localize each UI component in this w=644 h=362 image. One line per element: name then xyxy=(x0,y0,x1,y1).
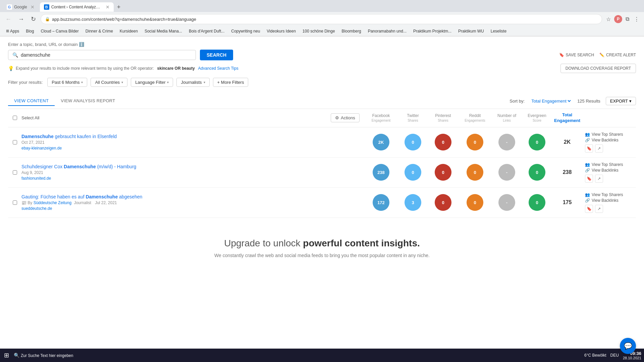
row3-fb-circle: 172 xyxy=(373,194,389,211)
bookmark-star-button[interactable]: ☆ xyxy=(605,15,612,24)
bookmark-blog[interactable]: Blog xyxy=(23,28,37,34)
row3-right-actions: 👥 View Top Sharers 🔗 View Backlinks 🔖 ↗ xyxy=(582,192,636,213)
row1-share-button[interactable]: ↗ xyxy=(595,144,603,153)
save-search-button[interactable]: 🔖 SAVE SEARCH xyxy=(559,53,594,57)
row2-bookmark-button[interactable]: 🔖 xyxy=(585,175,593,183)
extensions-button[interactable]: ⧉ xyxy=(624,15,631,23)
export-button[interactable]: EXPORT ▾ xyxy=(606,97,636,105)
row1-bookmark-button[interactable]: 🔖 xyxy=(585,144,593,153)
upgrade-desc: We constantly crawl the web and social m… xyxy=(16,253,628,258)
col-links-line1: Number of xyxy=(497,113,516,119)
bookmark-bloomberg[interactable]: Bloomberg xyxy=(339,28,364,34)
address-bar[interactable]: 🔒 xyxy=(41,14,602,24)
bookmark-leseliste[interactable]: Leseliste xyxy=(488,28,509,34)
advanced-search-tips-link[interactable]: Advanced Search Tips xyxy=(198,66,238,71)
tab-buzzsumo[interactable]: B Content › Content Analyzer - B... ✕ xyxy=(40,2,114,12)
profile-button[interactable]: P xyxy=(614,15,622,23)
row1-article-title[interactable]: Damenschuhe gebraucht kaufen in Elsenfel… xyxy=(21,134,325,139)
row3-total-score: 175 xyxy=(559,194,576,211)
bookmark-bois[interactable]: Bois d'Argent Duft... xyxy=(186,28,227,34)
bookmark-videokurs[interactable]: Videokurs Ideen xyxy=(264,28,299,34)
filter-language-arrow-icon: ▾ xyxy=(167,80,169,84)
filter-language-button[interactable]: Language Filter ▾ xyxy=(131,78,173,87)
reload-button[interactable]: ↻ xyxy=(29,14,38,24)
filter-countries-button[interactable]: All Countries ▾ xyxy=(91,78,127,87)
row3-article-source[interactable]: sueddeutsche.de xyxy=(21,206,52,211)
table-row: Gauting: Füchse haben es auf Damenschuhe… xyxy=(8,188,636,218)
tab-buzzsumo-close[interactable]: ✕ xyxy=(106,4,110,10)
start-button[interactable]: ⊞ xyxy=(3,350,10,360)
menu-button[interactable]: ⋮ xyxy=(633,15,641,24)
row2-share-button[interactable]: ↗ xyxy=(595,175,603,183)
back-button[interactable]: ← xyxy=(3,14,13,24)
forward-button[interactable]: → xyxy=(16,14,26,24)
row3-bookmark-button[interactable]: 🔖 xyxy=(585,205,593,213)
col-tw-header: Twitter Shares xyxy=(398,113,428,123)
bookmark-praktikum-proj[interactable]: Praktikum Projektm... xyxy=(411,28,454,34)
upgrade-title: Upgrade to unlock powerful content insig… xyxy=(16,238,628,249)
export-arrow-icon: ▾ xyxy=(629,99,632,104)
sort-select[interactable]: Total Engagement xyxy=(530,98,572,104)
row2-article-source[interactable]: fashionunited.de xyxy=(21,176,51,181)
bookmark-panorama[interactable]: Panoramabahn und... xyxy=(365,28,409,34)
row2-view-backlinks[interactable]: 🔗 View Backlinks xyxy=(585,168,636,173)
select-all-checkbox[interactable] xyxy=(13,116,17,120)
chat-bubble-button[interactable]: 💬 xyxy=(620,338,636,354)
row3-sueddeutsche-link[interactable]: Süddeutsche Zeitung xyxy=(34,200,71,205)
search-taskbar-button[interactable]: 🔍 Zur Suche Text hier eingeben xyxy=(12,351,74,359)
row3-tw-cell: 3 xyxy=(398,194,428,211)
more-filters-button[interactable]: + More Filters xyxy=(213,78,249,87)
row1-rd-cell: 0 xyxy=(458,134,492,150)
tab-google-title: Google xyxy=(14,5,27,9)
col-ev-header: Evergreen Score xyxy=(522,113,552,123)
col-fb-line1: Facebook xyxy=(372,113,390,119)
row1-view-top-sharers[interactable]: 👥 View Top Sharers xyxy=(585,132,636,137)
filter-journalists-button[interactable]: Journalists ▾ xyxy=(176,78,209,87)
row1-view-backlinks[interactable]: 🔗 View Backlinks xyxy=(585,138,636,142)
tab-view-analysis[interactable]: VIEW ANALYSIS REPORT xyxy=(55,96,121,106)
row3-tw-circle: 3 xyxy=(405,194,421,211)
create-alert-button[interactable]: ✏️ CREATE ALERT xyxy=(599,53,636,57)
row1-article-source[interactable]: ebay-kleinanzeigen.de xyxy=(21,146,62,150)
row3-total-cell: 175 xyxy=(552,194,582,211)
row2-checkbox[interactable] xyxy=(13,170,17,175)
bookmark-dinner-label: Dinner & Crime xyxy=(86,29,113,34)
row1-fb-cell: 2K xyxy=(364,134,398,150)
actions-button[interactable]: ⚙ Actions xyxy=(331,113,360,122)
row3-checkbox-cell xyxy=(8,200,21,205)
search-box: 🔍 xyxy=(8,50,196,60)
lock-icon: 🔒 xyxy=(45,17,50,21)
download-coverage-button[interactable]: DOWNLOAD COVERAGE REPORT xyxy=(560,64,636,73)
bookmark-praktikum-wu[interactable]: Praktikum WU xyxy=(455,28,487,34)
row1-fb-circle: 2K xyxy=(373,134,389,150)
tip-icon: 💡 xyxy=(8,66,14,71)
bookmark-kursideen[interactable]: Kursideen xyxy=(117,28,141,34)
address-input[interactable] xyxy=(52,17,598,22)
filter-months-button[interactable]: Past 6 Months ▾ xyxy=(47,78,87,87)
bookmark-social[interactable]: Social Media Mana... xyxy=(142,28,185,34)
row3-view-top-sharers[interactable]: 👥 View Top Sharers xyxy=(585,192,636,197)
row2-links-circle: - xyxy=(498,164,515,181)
col-actions-header: ⚙ Actions xyxy=(331,113,364,122)
search-button[interactable]: SEARCH xyxy=(200,50,233,60)
bookmark-dinner[interactable]: Dinner & Crime xyxy=(83,28,116,34)
tab-google[interactable]: G Google ✕ xyxy=(3,2,39,12)
row3-article-title[interactable]: Gauting: Füchse haben es auf Damenschuhe… xyxy=(21,194,325,199)
bookmark-copywriting[interactable]: Copywriting neu xyxy=(228,28,263,34)
row1-total-score: 2K xyxy=(559,134,576,150)
row3-share-button[interactable]: ↗ xyxy=(595,205,603,213)
row1-checkbox[interactable] xyxy=(13,140,17,144)
bookmark-apps[interactable]: ⊞Apps xyxy=(3,28,22,34)
row3-view-backlinks[interactable]: 🔗 View Backlinks xyxy=(585,198,636,203)
new-tab-button[interactable]: + xyxy=(115,4,123,11)
bookmark-100[interactable]: 100 schöne Dinge xyxy=(300,28,338,34)
tab-google-close[interactable]: ✕ xyxy=(31,4,35,10)
bookmark-cloud[interactable]: Cloud – Canva Bilder xyxy=(38,28,81,34)
row2-checkbox-cell xyxy=(8,170,21,175)
tab-view-content[interactable]: VIEW CONTENT xyxy=(8,96,55,106)
row3-checkbox[interactable] xyxy=(13,200,17,205)
row2-view-top-sharers[interactable]: 👥 View Top Sharers xyxy=(585,162,636,167)
search-input[interactable] xyxy=(21,52,192,58)
row2-fb-cell: 238 xyxy=(364,164,398,181)
row2-article-title[interactable]: Schuhdesigner Cox Damenschuhe (m/w/d) - … xyxy=(21,164,325,169)
